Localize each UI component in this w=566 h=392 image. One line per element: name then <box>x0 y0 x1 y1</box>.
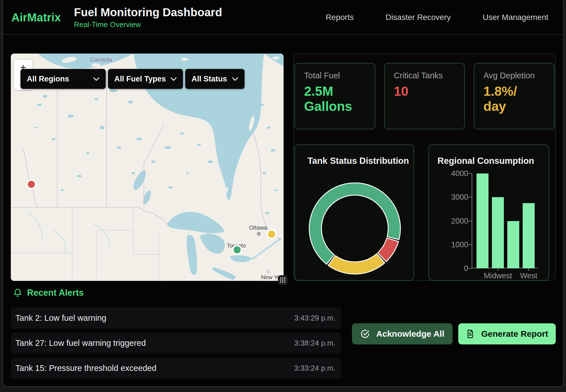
x-tick-label: West <box>509 271 549 280</box>
map-marker-critical[interactable] <box>27 180 36 189</box>
stat-label: Total Fuel <box>304 71 366 80</box>
alerts-title: Recent Alerts <box>27 288 84 298</box>
bar-1[interactable] <box>492 197 504 268</box>
alert-message: Tank 2: Low fuel warning <box>15 313 106 323</box>
alert-time: 3:38:24 p.m. <box>294 339 335 348</box>
map-resize-handle[interactable] <box>278 275 288 285</box>
tank-status-donut[interactable] <box>295 170 415 281</box>
alerts-header: Recent Alerts <box>13 288 84 298</box>
stat-cards-row: Total Fuel 2.5MGallons Critical Tanks 10… <box>294 63 555 129</box>
x-tick-mark <box>528 268 529 271</box>
regional-consumption-card: Regional Consumption 01000200030004000Mi… <box>428 144 549 281</box>
chevron-down-icon <box>232 77 238 81</box>
stat-value: 10 <box>394 84 455 99</box>
stat-label: Avg Depletion <box>483 71 545 80</box>
acknowledge-all-label: Acknowledge All <box>376 329 444 339</box>
dashboard-frame: AirMatrix Fuel Monitoring Dashboard Real… <box>2 0 564 387</box>
nav-disaster-recovery[interactable]: Disaster Recovery <box>386 13 451 22</box>
regional-consumption-plot[interactable]: 01000200030004000MidwestWest <box>429 145 549 280</box>
tank-status-title: Tank Status Distribution <box>308 156 409 166</box>
stat-critical-tanks: Critical Tanks 10 <box>384 63 465 129</box>
y-tick-label: 3000 <box>448 193 468 202</box>
drag-dots-icon <box>280 277 286 283</box>
stat-avg-depletion: Avg Depletion 1.8%/day <box>474 63 555 129</box>
y-tick-mark <box>469 221 472 221</box>
brand-logo[interactable]: AirMatrix <box>11 11 61 24</box>
alert-row[interactable]: Tank 2: Low fuel warning 3:43:29 p.m. <box>11 307 341 329</box>
y-tick-mark <box>469 244 472 245</box>
map-filters: All Regions All Fuel Types All Status <box>21 69 245 89</box>
map-label-canada: Canada <box>90 56 113 63</box>
tank-status-card: Tank Status Distribution <box>294 144 414 281</box>
generate-report-button[interactable]: Generate Report <box>458 323 556 344</box>
nav-user-management[interactable]: User Management <box>483 13 548 22</box>
donut-segment-yellow[interactable] <box>328 254 385 274</box>
alert-message: Tank 27: Low fuel warning triggered <box>15 338 146 348</box>
page-subtitle: Real-Time Overview <box>74 20 222 29</box>
header: AirMatrix Fuel Monitoring Dashboard Real… <box>3 1 563 35</box>
stat-value: 2.5MGallons <box>304 84 366 114</box>
map-label-ottawa: Ottawa <box>249 224 267 231</box>
filter-regions-dropdown[interactable]: All Regions <box>21 69 106 89</box>
stat-label: Critical Tanks <box>394 71 455 80</box>
filter-status-dropdown[interactable]: All Status <box>185 69 245 89</box>
alert-time: 3:43:29 p.m. <box>294 314 335 322</box>
metrics-panel: Total Fuel 2.5MGallons Critical Tanks 10… <box>293 54 556 281</box>
alert-message: Tank 15: Pressure threshold exceeded <box>15 364 156 373</box>
filter-status-label: All Status <box>192 75 227 83</box>
town-dot-icon <box>267 270 270 273</box>
filter-regions-label: All Regions <box>27 75 69 83</box>
y-axis-line <box>472 173 472 268</box>
alert-row[interactable]: Tank 15: Pressure threshold exceeded 3:3… <box>11 358 341 379</box>
y-tick-label: 0 <box>448 264 468 273</box>
bar-0[interactable] <box>477 173 488 268</box>
bell-icon <box>13 288 23 298</box>
x-tick-mark <box>498 268 498 271</box>
stat-total-fuel: Total Fuel 2.5MGallons <box>294 63 375 129</box>
map-marker-normal[interactable] <box>233 246 241 254</box>
stat-value: 1.8%/day <box>483 84 545 114</box>
y-tick-label: 4000 <box>448 169 468 178</box>
page-title: Fuel Monitoring Dashboard <box>74 6 222 19</box>
nav-reports[interactable]: Reports <box>326 13 354 22</box>
alert-row[interactable]: Tank 27: Low fuel warning triggered 3:38… <box>11 332 341 354</box>
y-tick-label: 1000 <box>448 240 468 249</box>
alert-time: 3:33:24 p.m. <box>294 364 335 373</box>
chevron-down-icon <box>170 77 177 81</box>
map-panel: Canada Ottawa Toronto New York + − Al <box>11 54 284 281</box>
main-nav: Reports Disaster Recovery User Managemen… <box>326 13 548 22</box>
generate-report-label: Generate Report <box>481 329 548 339</box>
bar-2[interactable] <box>507 221 519 269</box>
acknowledge-all-button[interactable]: Acknowledge All <box>352 323 453 344</box>
check-circle-icon <box>360 329 370 339</box>
filter-fuel-types-dropdown[interactable]: All Fuel Types <box>108 69 183 89</box>
chevron-down-icon <box>93 77 99 81</box>
bar-3[interactable] <box>523 203 535 268</box>
y-tick-mark <box>469 197 472 197</box>
filter-fuel-types-label: All Fuel Types <box>114 75 166 83</box>
y-tick-label: 2000 <box>448 217 468 226</box>
map-marker-warning[interactable] <box>267 230 276 238</box>
document-icon <box>466 329 475 338</box>
y-tick-mark <box>469 173 472 174</box>
title-block: Fuel Monitoring Dashboard Real-Time Over… <box>74 6 222 29</box>
y-tick-mark <box>469 268 472 269</box>
